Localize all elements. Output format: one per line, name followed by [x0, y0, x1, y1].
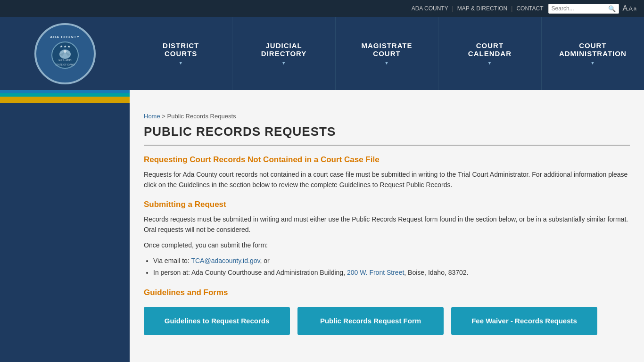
nav-magistrate-court[interactable]: MAGISTRATECOURT ▼: [336, 17, 438, 90]
section1-body: Requests for Ada County court records no…: [144, 169, 630, 190]
separator1: |: [452, 5, 454, 12]
court-calendar-arrow: ▼: [487, 60, 492, 66]
email-link[interactable]: TCA@adacounty.id.gov: [191, 257, 260, 264]
nav-judicial-directory[interactable]: JUDICIALDIRECTORY ▼: [232, 17, 335, 90]
breadcrumb-home-link[interactable]: Home: [144, 113, 160, 120]
font-large-btn[interactable]: A: [623, 4, 628, 13]
district-courts-arrow: ▼: [178, 60, 183, 66]
submission-list: Via email to: TCA@adacounty.id.gov, or I…: [153, 255, 630, 279]
search-input[interactable]: [552, 5, 608, 12]
main-layout: Home > Public Records Requests PUBLIC RE…: [0, 103, 644, 362]
nav-magistrate-court-label: MAGISTRATECOURT: [361, 41, 412, 58]
fee-waiver-btn[interactable]: Fee Waiver - Records Requests: [451, 307, 597, 335]
svg-text:STATE OF IDAHO: STATE OF IDAHO: [55, 63, 74, 66]
separator2: |: [511, 5, 512, 12]
breadcrumb-separator: >: [162, 113, 167, 120]
address-suffix: , Boise, Idaho, 83702.: [404, 269, 468, 276]
address-prefix: In person at: Ada County Courthouse and …: [153, 269, 347, 276]
accent-bar-gold2: [0, 100, 130, 103]
content-bar-filler: [130, 90, 644, 103]
nav-court-calendar-label: COURTCALENDAR: [468, 41, 512, 58]
color-accent-bars: [0, 90, 644, 103]
svg-text:★ ★ ★: ★ ★ ★: [60, 45, 70, 48]
action-buttons-row: Guidelines to Request Records Public Rec…: [144, 307, 630, 335]
ada-county-link[interactable]: ADA COUNTY: [412, 5, 448, 12]
email-prefix: Via email to:: [153, 257, 191, 264]
font-small-btn[interactable]: a: [634, 6, 636, 11]
nav-district-courts-label: DISTRICTCOURTS: [163, 41, 199, 58]
main-nav: DISTRICTCOURTS ▼ JUDICIALDIRECTORY ▼ MAG…: [130, 17, 644, 90]
breadcrumb-current: Public Records Requests: [167, 113, 236, 120]
map-direction-link[interactable]: MAP & DIRECTION: [457, 5, 507, 12]
section1-heading: Requesting Court Records Not Contained i…: [144, 155, 630, 165]
search-icon[interactable]: 🔍: [608, 5, 616, 12]
section3-heading: Guidelines and Forms: [144, 288, 630, 297]
header: ADA COUNTY ★ ★ ★ EST. 1864 STATE OF IDAH…: [0, 17, 644, 90]
content-area: Home > Public Records Requests PUBLIC RE…: [130, 103, 644, 362]
nav-court-calendar[interactable]: COURTCALENDAR ▼: [438, 17, 541, 90]
accent-bar-gold: [0, 97, 130, 100]
section2-body1: Records requests must be submitted in wr…: [144, 214, 630, 235]
email-suffix: , or: [260, 257, 269, 264]
nav-court-administration[interactable]: COURTADMINISTRATION ▼: [542, 17, 644, 90]
page-title: PUBLIC RECORDS REQUESTS: [144, 124, 630, 146]
font-medium-btn[interactable]: A: [628, 5, 633, 12]
svg-point-6: [64, 50, 66, 53]
list-item-email: Via email to: TCA@adacounty.id.gov, or: [153, 255, 630, 267]
list-item-address: In person at: Ada County Courthouse and …: [153, 267, 630, 279]
contact-link[interactable]: CONTACT: [516, 5, 543, 12]
logo-area: ADA COUNTY ★ ★ ★ EST. 1864 STATE OF IDAH…: [0, 17, 130, 90]
magistrate-court-arrow: ▼: [384, 60, 389, 66]
svg-text:EST. 1864: EST. 1864: [58, 58, 72, 61]
top-bar: ADA COUNTY | MAP & DIRECTION | CONTACT 🔍…: [0, 0, 644, 17]
breadcrumb: Home > Public Records Requests: [144, 113, 630, 120]
nav-district-courts[interactable]: DISTRICTCOURTS ▼: [130, 17, 232, 90]
nav-judicial-directory-label: JUDICIALDIRECTORY: [261, 41, 307, 58]
address-link[interactable]: 200 W. Front Street: [347, 269, 404, 276]
nav-court-administration-label: COURTADMINISTRATION: [559, 41, 627, 58]
sidebar: [0, 103, 130, 362]
seal-top-text: ADA COUNTY: [50, 35, 80, 39]
section2-body2: Once completed, you can submit the form:: [144, 240, 630, 250]
court-administration-arrow: ▼: [590, 60, 595, 66]
accent-bar-teal: [0, 93, 130, 97]
accent-bar-blue: [0, 90, 130, 93]
seal-logo: ADA COUNTY ★ ★ ★ EST. 1864 STATE OF IDAH…: [34, 23, 96, 84]
search-box: 🔍: [548, 4, 619, 14]
section2-heading: Submitting a Request: [144, 200, 630, 209]
public-records-form-btn[interactable]: Public Records Request Form: [297, 307, 444, 335]
font-size-controls: A A a: [623, 4, 636, 13]
judicial-directory-arrow: ▼: [281, 60, 287, 66]
guidelines-btn[interactable]: Guidelines to Request Records: [144, 307, 290, 335]
eagle-icon: ★ ★ ★ EST. 1864 STATE OF IDAHO: [51, 41, 79, 70]
